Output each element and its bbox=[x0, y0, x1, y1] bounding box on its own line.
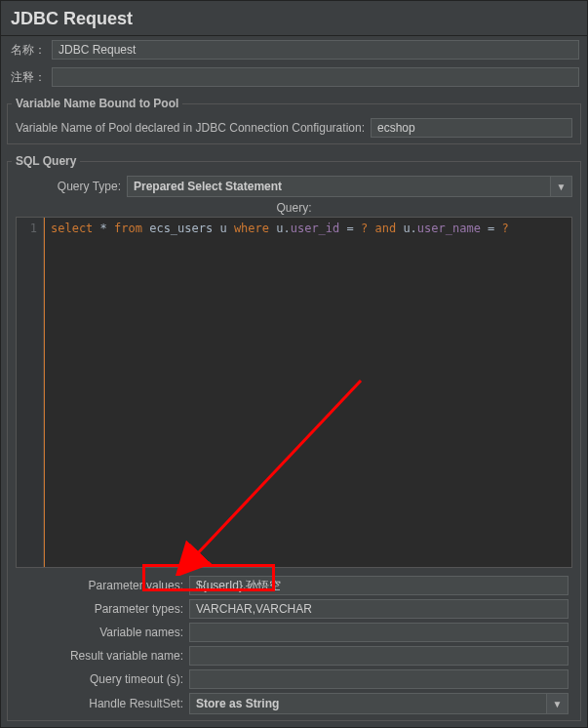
query-timeout-input[interactable] bbox=[189, 669, 568, 689]
jdbc-request-panel: JDBC Request 名称： 注释： Variable Name Bound… bbox=[0, 0, 588, 728]
sql-column-username: user_name bbox=[417, 222, 481, 235]
comment-label: 注释： bbox=[9, 69, 48, 86]
param-values-label: Parameter values: bbox=[20, 579, 185, 592]
query-header: Query: bbox=[12, 199, 576, 217]
param-types-label: Parameter types: bbox=[20, 602, 185, 616]
sql-legend: SQL Query bbox=[12, 154, 80, 168]
sql-keyword-where: where bbox=[234, 222, 269, 235]
result-variable-input[interactable] bbox=[189, 646, 568, 666]
sql-editor[interactable]: 1 select * from ecs_users u where u.user… bbox=[16, 217, 572, 568]
query-timeout-label: Query timeout (s): bbox=[20, 672, 185, 686]
sql-param-2: ? bbox=[502, 222, 509, 235]
query-type-value: Prepared Select Statement bbox=[127, 176, 551, 197]
param-values-input[interactable] bbox=[189, 576, 568, 595]
pool-fieldset: Variable Name Bound to Pool Variable Nam… bbox=[7, 97, 581, 144]
dropdown-arrow-icon[interactable]: ▼ bbox=[547, 693, 568, 714]
editor-gutter: 1 bbox=[17, 218, 44, 567]
variable-names-input[interactable] bbox=[189, 623, 568, 642]
pool-label: Variable Name of Pool declared in JDBC C… bbox=[16, 121, 367, 135]
handle-resultset-label: Handle ResultSet: bbox=[20, 697, 185, 710]
param-types-input[interactable] bbox=[189, 599, 568, 619]
sql-fieldset: SQL Query Query Type: Prepared Select St… bbox=[7, 154, 581, 721]
name-input[interactable] bbox=[52, 40, 579, 60]
pool-input[interactable] bbox=[371, 118, 572, 138]
query-type-label: Query Type: bbox=[16, 180, 123, 193]
name-label: 名称： bbox=[9, 42, 48, 59]
sql-keyword-and: and bbox=[374, 222, 396, 235]
sql-table: ecs_users u bbox=[149, 222, 234, 235]
comment-input[interactable] bbox=[52, 67, 579, 87]
panel-title: JDBC Request bbox=[1, 1, 587, 36]
sql-keyword-select: select bbox=[51, 222, 93, 235]
query-type-select[interactable]: Prepared Select Statement ▼ bbox=[127, 176, 572, 197]
sql-code[interactable]: select * from ecs_users u where u.user_i… bbox=[44, 218, 571, 567]
parameter-grid: Parameter values: Parameter types: Varia… bbox=[12, 574, 576, 716]
result-variable-label: Result variable name: bbox=[20, 649, 185, 663]
pool-legend: Variable Name Bound to Pool bbox=[12, 97, 182, 110]
dropdown-arrow-icon[interactable]: ▼ bbox=[551, 176, 572, 197]
variable-names-label: Variable names: bbox=[20, 626, 185, 639]
sql-column-userid: user_id bbox=[291, 222, 340, 235]
handle-resultset-value: Store as String bbox=[189, 693, 547, 714]
handle-resultset-select[interactable]: Store as String ▼ bbox=[189, 693, 568, 714]
line-number-1: 1 bbox=[17, 222, 37, 235]
sql-keyword-from: from bbox=[114, 222, 142, 235]
